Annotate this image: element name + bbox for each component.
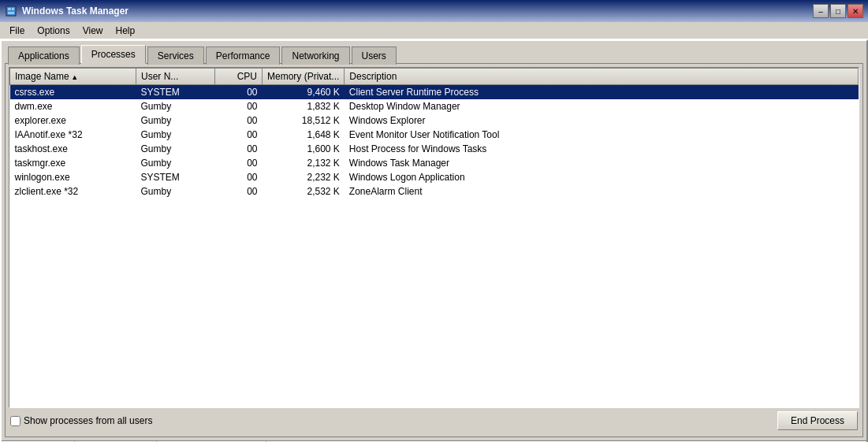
show-all-users-label[interactable]: Show processes from all users xyxy=(10,415,152,426)
table-row[interactable]: explorer.exeGumby0018,512 KWindows Explo… xyxy=(10,113,859,128)
maximize-button[interactable]: □ xyxy=(830,4,846,18)
col-header-user[interactable]: User N... xyxy=(136,69,215,85)
table-row[interactable]: zlclient.exe *32Gumby002,532 KZoneAlarm … xyxy=(10,184,859,199)
table-row[interactable]: taskhost.exeGumby001,600 KHost Process f… xyxy=(10,142,859,156)
col-header-image[interactable]: Image Name xyxy=(10,69,136,85)
app-icon xyxy=(5,5,17,17)
svg-rect-0 xyxy=(6,6,16,16)
col-header-cpu[interactable]: CPU xyxy=(215,69,263,85)
menu-options[interactable]: Options xyxy=(31,24,76,38)
tab-services[interactable]: Services xyxy=(147,46,204,65)
table-row[interactable]: taskmgr.exeGumby002,132 KWindows Task Ma… xyxy=(10,156,859,170)
end-process-button[interactable]: End Process xyxy=(777,411,858,430)
process-table: Image Name User N... CPU Memory (Privat.… xyxy=(9,68,859,199)
close-button[interactable]: ✕ xyxy=(848,4,863,18)
tab-users[interactable]: Users xyxy=(352,46,397,65)
show-all-users-checkbox[interactable] xyxy=(10,416,20,426)
col-header-desc[interactable]: Description xyxy=(345,69,859,85)
process-table-container[interactable]: Image Name User N... CPU Memory (Privat.… xyxy=(9,67,859,408)
menu-file[interactable]: File xyxy=(3,24,31,38)
show-all-users-text: Show processes from all users xyxy=(24,415,152,426)
menu-bar: File Options View Help xyxy=(0,22,868,39)
content-area: Image Name User N... CPU Memory (Privat.… xyxy=(5,63,863,437)
bottom-controls: Show processes from all users End Proces… xyxy=(9,408,859,433)
col-header-memory[interactable]: Memory (Privat... xyxy=(263,69,345,85)
minimize-button[interactable]: – xyxy=(813,4,829,18)
window-title: Windows Task Manager xyxy=(22,6,813,17)
svg-rect-1 xyxy=(8,8,11,10)
table-row[interactable]: winlogon.exeSYSTEM002,232 KWindows Logon… xyxy=(10,170,859,184)
tab-networking[interactable]: Networking xyxy=(281,46,349,65)
tab-bar: Applications Processes Services Performa… xyxy=(2,41,866,63)
table-row[interactable]: IAAnotif.exe *32Gumby001,648 KEvent Moni… xyxy=(10,128,859,142)
svg-rect-3 xyxy=(8,12,14,14)
window-frame: Applications Processes Services Performa… xyxy=(0,39,868,442)
tab-processes[interactable]: Processes xyxy=(81,45,146,64)
menu-help[interactable]: Help xyxy=(110,24,142,38)
tab-performance[interactable]: Performance xyxy=(206,46,281,65)
table-row[interactable]: csrss.exeSYSTEM009,460 KClient Server Ru… xyxy=(10,85,859,100)
svg-rect-2 xyxy=(12,8,14,10)
title-bar: Windows Task Manager – □ ✕ xyxy=(0,0,868,22)
menu-view[interactable]: View xyxy=(76,24,110,38)
table-row[interactable]: dwm.exeGumby001,832 KDesktop Window Mana… xyxy=(10,99,859,113)
tab-applications[interactable]: Applications xyxy=(8,46,80,65)
window-controls: – □ ✕ xyxy=(813,4,863,18)
